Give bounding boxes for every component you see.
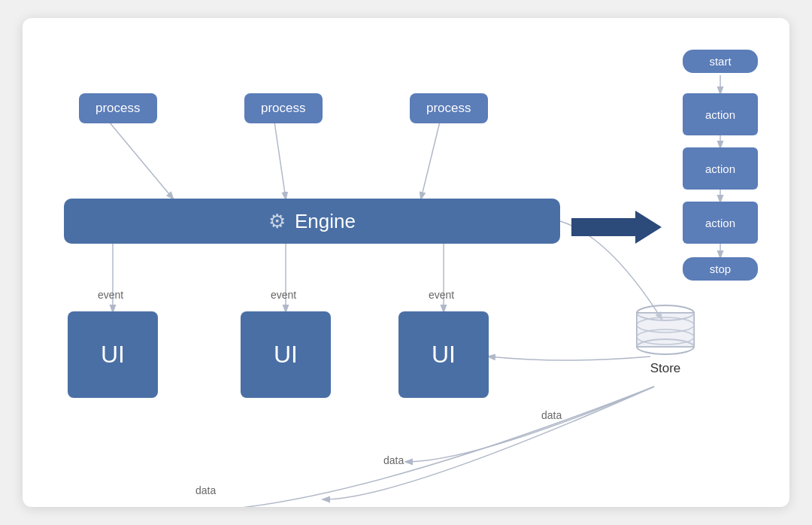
process-box-3: process	[410, 93, 488, 123]
store-label: Store	[650, 361, 681, 376]
svg-line-1	[274, 122, 286, 199]
flow-start: start	[683, 50, 758, 73]
data-label-2: data	[195, 484, 216, 496]
event-label-2: event	[271, 289, 296, 301]
arrow-svg	[571, 208, 662, 247]
event-label-1: event	[98, 289, 123, 301]
data-label-1: data	[383, 454, 404, 466]
flow-action-3: action	[683, 202, 758, 244]
data-label-store-ui3: data	[541, 409, 562, 421]
gear-icon: ⚙	[268, 210, 286, 233]
ui-box-3: UI	[398, 311, 489, 398]
svg-marker-10	[571, 211, 662, 244]
store-icon	[632, 304, 699, 357]
diagram-svg	[23, 18, 789, 507]
flow-action-2: action	[683, 147, 758, 190]
event-label-3: event	[429, 289, 454, 301]
diagram-card: process process process ⚙ Engine start a…	[23, 18, 789, 507]
ui-box-1: UI	[68, 311, 158, 398]
svg-line-2	[421, 122, 440, 199]
svg-line-0	[109, 122, 173, 199]
flow-stop: stop	[683, 257, 758, 281]
engine-bar: ⚙ Engine	[64, 199, 560, 244]
svg-rect-16	[637, 313, 694, 347]
engine-label: Engine	[295, 210, 356, 233]
store-container: Store	[632, 304, 699, 376]
process-box-2: process	[244, 93, 323, 123]
big-arrow	[571, 208, 662, 250]
process-box-1: process	[79, 93, 157, 123]
ui-box-2: UI	[241, 311, 331, 398]
flow-action-1: action	[683, 93, 758, 135]
